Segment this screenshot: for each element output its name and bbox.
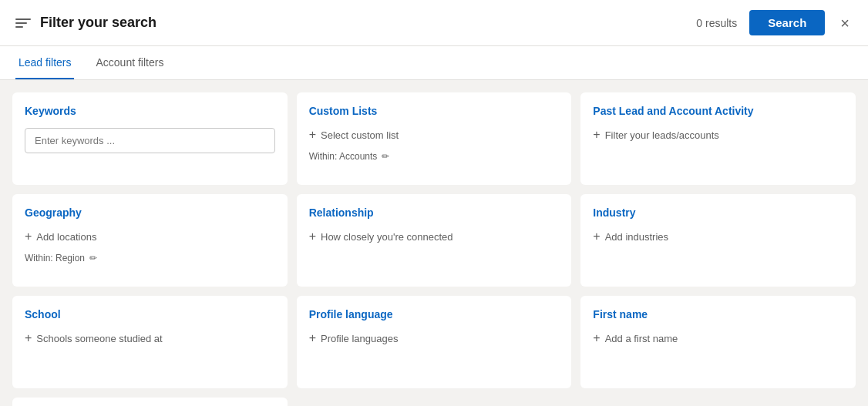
add-first-name-action[interactable]: + Add a first name (593, 331, 843, 345)
past-lead-card: Past Lead and Account Activity + Filter … (580, 92, 856, 185)
profile-languages-action[interactable]: + Profile languages (309, 331, 560, 345)
last-name-card: Last name (12, 398, 288, 406)
industry-card: Industry + Add industries (580, 194, 856, 287)
filter-leads-action[interactable]: + Filter your leads/accounts (593, 128, 843, 142)
first-name-title: First name (593, 308, 843, 320)
school-title: School (25, 308, 275, 320)
school-card: School + Schools someone studied at (12, 296, 288, 388)
custom-lists-within: Within: Accounts ✏ (309, 151, 560, 162)
geography-card: Geography + Add locations Within: Region… (12, 194, 288, 287)
select-custom-list-action[interactable]: + Select custom list (309, 128, 560, 142)
header: Filter your search 0 results Search × (0, 0, 868, 46)
industry-title: Industry (593, 206, 843, 219)
geography-within: Within: Region ✏ (25, 253, 275, 263)
profile-language-card: Profile language + Profile languages (297, 296, 572, 388)
first-name-card: First name + Add a first name (580, 296, 856, 388)
search-button[interactable]: Search (749, 10, 825, 35)
edit-icon[interactable]: ✏ (382, 151, 389, 162)
header-right: 0 results Search × (696, 10, 853, 35)
add-locations-action[interactable]: + Add locations (25, 230, 275, 243)
header-left: Filter your search (15, 15, 156, 31)
plus-icon: + (593, 331, 600, 345)
relationship-action[interactable]: + How closely you're connected (309, 230, 560, 243)
keywords-card: Keywords (12, 92, 288, 185)
plus-icon: + (309, 230, 316, 243)
past-lead-title: Past Lead and Account Activity (593, 105, 843, 117)
schools-action[interactable]: + Schools someone studied at (25, 331, 275, 345)
plus-icon: + (309, 331, 316, 345)
relationship-card: Relationship + How closely you're connec… (297, 194, 572, 287)
plus-icon: + (25, 331, 32, 345)
custom-lists-card: Custom Lists + Select custom list Within… (297, 92, 572, 185)
tab-account-filters[interactable]: Account filters (93, 56, 167, 79)
plus-icon: + (25, 230, 32, 243)
relationship-title: Relationship (309, 206, 560, 219)
plus-icon: + (593, 128, 600, 142)
edit-icon[interactable]: ✏ (89, 253, 97, 263)
filter-icon (15, 17, 31, 29)
close-button[interactable]: × (837, 12, 853, 34)
plus-icon: + (593, 230, 600, 243)
profile-language-title: Profile language (309, 308, 560, 320)
geography-title: Geography (25, 206, 275, 219)
keywords-input[interactable] (25, 128, 275, 153)
results-count: 0 results (696, 17, 737, 29)
content-area: Keywords Custom Lists + Select custom li… (0, 80, 868, 406)
tabs-bar: Lead filters Account filters (0, 46, 868, 80)
page-title: Filter your search (40, 15, 156, 31)
plus-icon: + (309, 128, 316, 142)
keywords-title: Keywords (25, 105, 275, 117)
custom-lists-title: Custom Lists (309, 105, 560, 117)
tab-lead-filters[interactable]: Lead filters (15, 56, 74, 79)
add-industries-action[interactable]: + Add industries (593, 230, 843, 243)
